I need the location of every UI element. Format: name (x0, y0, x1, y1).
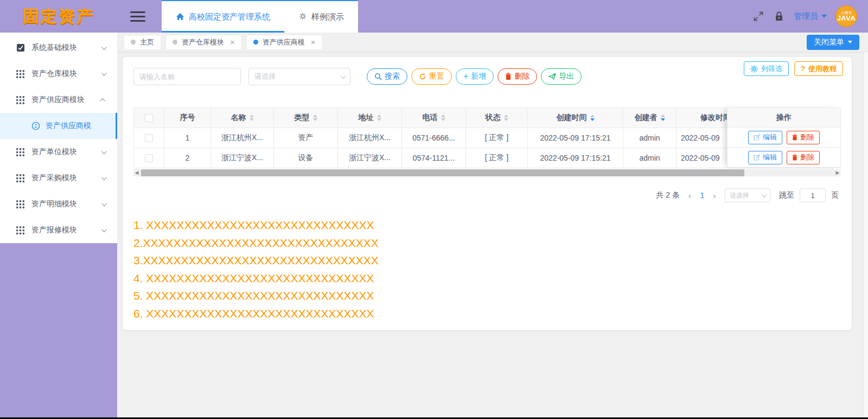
page-jump-input[interactable] (800, 188, 826, 202)
action-buttons: 搜索 重置 + 新增 (367, 68, 582, 85)
col-created[interactable]: 创建时间 (528, 108, 623, 128)
home-icon (176, 12, 184, 21)
sidebar-menu: 系统基础模块 资产仓库模块 资产供应商模块 (0, 33, 117, 243)
search-toolbar: 请选择 搜索 (133, 68, 841, 85)
select-all-checkbox[interactable] (145, 114, 153, 122)
panel-top-actions: 列筛选 ? 使用教程 (744, 61, 843, 76)
fullscreen-icon[interactable] (752, 10, 764, 22)
edit-button[interactable]: 编辑 (748, 131, 782, 144)
tab-demo[interactable]: 样例演示 (284, 1, 358, 33)
tag-label: 资产仓库模块 (182, 37, 224, 47)
close-icon[interactable]: × (311, 37, 316, 47)
note-line: 3.XXXXXXXXXXXXXXXXXXXXXXXXXXXXXXX (133, 252, 841, 270)
tag-dot-icon (173, 40, 177, 45)
page-jump: 跳至 页 (779, 188, 839, 202)
plus-icon: + (463, 72, 468, 81)
hamburger-menu-button[interactable] (117, 0, 152, 33)
sidebar-item-supplier[interactable]: 资产供应商模块 (0, 87, 117, 113)
row-checkbox[interactable] (145, 134, 153, 142)
avatar[interactable]: 小傅哥 JAVA (835, 5, 857, 27)
delete-row-button[interactable]: 删除 (787, 131, 820, 144)
chevron-down-icon (101, 149, 107, 154)
delete-row-button[interactable]: 删除 (787, 151, 820, 164)
sort-icon[interactable] (441, 115, 445, 121)
trash-icon (505, 73, 512, 80)
vertical-scrollbar[interactable] (863, 52, 868, 417)
col-creator[interactable]: 创建者 (623, 108, 676, 128)
export-button[interactable]: 导出 (541, 68, 582, 85)
grid-icon (16, 226, 25, 235)
sidebar-item-purchase[interactable]: 资产采购模块 (0, 165, 117, 191)
col-phone[interactable]: 电话 (402, 108, 466, 128)
col-type[interactable]: 类型 (274, 108, 338, 128)
row-actions: 编辑 删除 (727, 128, 841, 148)
note-line: 2.XXXXXXXXXXXXXXXXXXXXXXXXXXXXXXX (133, 234, 841, 252)
col-address[interactable]: 地址 (338, 108, 402, 128)
sidebar-item-unit[interactable]: 资产单位模块 (0, 139, 117, 165)
tag-label: 资产供应商模 (263, 37, 305, 47)
chevron-down-icon (101, 45, 107, 50)
table-region: 序号 名称 类型 地址 电话 状态 创建时间 创建者 修改时间 (133, 107, 841, 176)
bulb-icon (298, 12, 307, 21)
tutorial-button[interactable]: ? 使用教程 (794, 61, 843, 76)
sidebar-item-detail[interactable]: 资产明细模块 (0, 191, 117, 217)
user-menu[interactable]: 管理员 (794, 11, 827, 22)
jump-label: 跳至 (779, 191, 794, 200)
refresh-icon (419, 73, 426, 80)
horizontal-scrollbar[interactable]: ◀ ▶ (133, 169, 841, 176)
sort-icon[interactable] (313, 115, 317, 121)
tab-system-home[interactable]: 高校固定资产管理系统 (162, 1, 284, 33)
lock-icon[interactable] (773, 10, 785, 22)
scroll-right-icon[interactable]: ▶ (834, 169, 841, 176)
delete-button[interactable]: 删除 (497, 68, 537, 85)
edit-button[interactable]: 编辑 (748, 151, 782, 164)
scrollbar-thumb[interactable] (141, 169, 744, 176)
tag-supplier-active[interactable]: 资产供应商模 × (246, 35, 323, 50)
checkbox-check-icon (16, 43, 25, 53)
gear-icon (750, 65, 758, 73)
chevron-down-icon (762, 192, 767, 198)
column-filter-button[interactable]: 列筛选 (744, 61, 789, 76)
pagination: 共 2 条 ‹ 1 › 请选择 跳至 页 (133, 188, 841, 202)
row-actions: 编辑 删除 (727, 148, 841, 168)
col-status[interactable]: 状态 (466, 108, 528, 128)
next-page-icon[interactable]: › (713, 191, 716, 200)
tag-dot-icon (131, 40, 136, 45)
sort-icon[interactable] (377, 115, 381, 121)
data-panel: 列筛选 ? 使用教程 请选择 (123, 57, 852, 330)
col-name[interactable]: 名称 (211, 108, 274, 128)
type-select[interactable]: 请选择 (248, 68, 350, 85)
tab-label: 高校固定资产管理系统 (189, 12, 270, 22)
prev-page-icon[interactable]: ‹ (688, 191, 692, 200)
topbar-right: 管理员 小傅哥 JAVA (752, 0, 868, 33)
tag-dot-icon (253, 40, 258, 45)
search-button[interactable]: 搜索 (367, 68, 407, 85)
close-menu-button[interactable]: 关闭菜单 (807, 35, 859, 50)
sort-icon[interactable] (250, 115, 254, 121)
tagbar: 主页 资产仓库模块 × 资产供应商模 × 关闭菜单 (117, 33, 868, 52)
add-button[interactable]: + 新增 (456, 68, 494, 85)
tag-home[interactable]: 主页 (124, 35, 161, 50)
sidebar-item-warehouse[interactable]: 资产仓库模块 (0, 61, 117, 87)
sidebar-subitem-supplier-active[interactable]: 资产供应商模 (0, 113, 117, 139)
chevron-down-icon (101, 227, 107, 232)
tag-warehouse[interactable]: 资产仓库模块 × (165, 35, 242, 50)
search-icon (374, 73, 382, 80)
submenu-label: 资产供应商模 (46, 121, 91, 131)
close-icon[interactable]: × (230, 37, 235, 47)
sort-icon[interactable] (504, 115, 508, 121)
sort-icon[interactable] (590, 115, 595, 121)
sidebar-item-repair[interactable]: 资产报修模块 (0, 217, 117, 243)
row-checkbox[interactable] (145, 154, 153, 162)
scroll-left-icon[interactable]: ◀ (133, 169, 140, 176)
name-search-input[interactable] (133, 68, 241, 85)
fixed-action-column: 操作 编辑 (727, 107, 841, 168)
chevron-down-icon (848, 41, 852, 43)
reset-button[interactable]: 重置 (411, 68, 452, 85)
circle-module-icon (31, 122, 41, 131)
page-number[interactable]: 1 (700, 191, 705, 200)
page-size-select[interactable]: 请选择 (725, 188, 770, 202)
sidebar-item-system-base[interactable]: 系统基础模块 (0, 35, 117, 61)
sort-icon[interactable] (661, 115, 665, 121)
status-badge: [ 正常 ] (466, 128, 528, 148)
